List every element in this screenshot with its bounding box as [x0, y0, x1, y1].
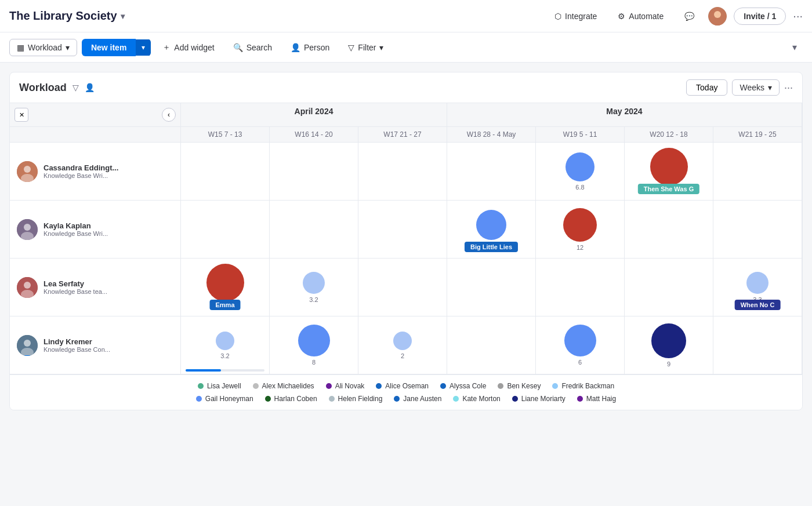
filter-label: Filter — [358, 43, 376, 52]
automate-button[interactable]: ⚙ Automate — [611, 8, 670, 24]
svg-point-1 — [714, 11, 721, 18]
weeks-selector[interactable]: Weeks ▾ — [732, 79, 780, 96]
person-cell-0: Cassandra Eddingt...Knowledge Base Wri..… — [10, 143, 181, 201]
bubble-wrapper-3-4: 6 — [564, 325, 596, 366]
legend-label: Alyssa Cole — [449, 382, 486, 390]
week-header-3: W18 28 - 4 May — [447, 127, 536, 143]
add-widget-button[interactable]: ＋ Add widget — [155, 39, 221, 56]
legend-label: Harlan Coben — [274, 395, 317, 403]
legend-item: Helen Fielding — [329, 395, 383, 403]
bubble-label-3-1: 8 — [312, 359, 316, 366]
data-cell-2-4 — [536, 259, 625, 316]
invite-button[interactable]: Invite / 1 — [734, 8, 786, 25]
search-label: Search — [246, 43, 272, 52]
app-title-chevron[interactable]: ▾ — [121, 12, 125, 21]
add-widget-icon: ＋ — [162, 42, 171, 53]
panel-filter-button[interactable]: ▽ — [72, 83, 79, 92]
panel-person-button[interactable]: 👤 — [85, 83, 95, 92]
view-selector[interactable]: ▦ Workload ▾ — [9, 39, 77, 56]
legend-item: Liane Moriarty — [512, 395, 566, 403]
bubble-2-1 — [303, 272, 325, 294]
data-cell-3-5: 9 — [625, 316, 713, 374]
new-item-main-button[interactable]: New item — [82, 39, 136, 56]
expand-button[interactable]: ▾ — [786, 38, 803, 56]
data-cell-1-2 — [358, 201, 447, 259]
filter-chevron-icon: ▾ — [379, 43, 383, 52]
legend-item: Ben Kesey — [498, 382, 541, 390]
bubble-3-5 — [651, 323, 686, 358]
main-content: Workload ▽ 👤 Today Weeks ▾ ··· ✕ ‹ April — [0, 63, 812, 420]
person-row-2: Lea SerfatyKnowledge Base tea...12.8Emma… — [10, 259, 802, 316]
user-avatar[interactable] — [708, 7, 727, 26]
bubble-0-4 — [566, 152, 594, 181]
new-item-button[interactable]: New item ▾ — [82, 39, 151, 56]
new-item-dropdown-button[interactable]: ▾ — [136, 39, 151, 56]
person-name-2: Lea Serfaty — [44, 279, 107, 288]
data-cell-1-0 — [181, 201, 270, 259]
week-header-2: W17 21 - 27 — [358, 127, 447, 143]
legend-item: Gail Honeyman — [196, 395, 253, 403]
svg-point-10 — [24, 282, 31, 289]
data-cell-0-4: 6.8 — [536, 143, 625, 201]
bubble-2-0 — [206, 264, 244, 301]
data-cell-3-1: 8 — [270, 316, 358, 374]
people-rows: Cassandra Eddingt...Knowledge Base Wri..… — [10, 143, 802, 374]
add-widget-label: Add widget — [174, 43, 214, 52]
top-right-controls: ⬡ Integrate ⚙ Automate 💬 Invite / 1 ··· — [548, 7, 803, 26]
legend-dot — [376, 383, 382, 389]
legend-label: Liane Moriarty — [521, 395, 566, 403]
person-role-1: Knowledge Base Wri... — [44, 230, 108, 237]
collapse-button[interactable]: ✕ — [14, 108, 28, 122]
may-header: May 2024 — [447, 103, 802, 127]
person-role-3: Knowledge Base Con... — [44, 346, 110, 353]
workload-grid: ✕ ‹ April 2024 May 2024 W15 7 - 13 W16 1… — [10, 103, 802, 143]
legend-dot — [329, 396, 335, 402]
person-row-0: Cassandra Eddingt...Knowledge Base Wri..… — [10, 143, 802, 201]
chat-button[interactable]: 💬 — [677, 8, 701, 24]
legend-item: Alyssa Cole — [440, 382, 486, 390]
search-button[interactable]: 🔍 Search — [226, 39, 279, 56]
bubble-wrapper-3-5: 9 — [651, 323, 686, 367]
legend-dot — [265, 396, 271, 402]
integrate-button[interactable]: ⬡ Integrate — [548, 8, 604, 24]
bubble-1-4 — [563, 208, 597, 242]
data-cell-3-6 — [713, 316, 802, 374]
toolbar: ▦ Workload ▾ New item ▾ ＋ Add widget 🔍 S… — [0, 32, 812, 63]
automate-label: Automate — [629, 12, 664, 21]
bubble-3-0 — [216, 332, 234, 350]
person-role-2: Knowledge Base tea... — [44, 288, 107, 295]
more-options-icon[interactable]: ··· — [793, 9, 803, 23]
bubble-label-3-2: 2 — [401, 352, 404, 359]
week-header-4: W19 5 - 11 — [536, 127, 625, 143]
legend-label: Alex Michaelides — [262, 382, 314, 390]
week-header-empty — [10, 127, 181, 143]
legend-item: Alex Michaelides — [253, 382, 314, 390]
bubble-wrapper-1-4: 12 — [563, 208, 597, 251]
bubble-wrapper-2-1: 3.2 — [303, 272, 325, 303]
person-avatar-3 — [17, 335, 38, 356]
weeks-chevron-icon: ▾ — [768, 83, 772, 92]
today-button[interactable]: Today — [686, 79, 727, 96]
person-button[interactable]: 👤 Person — [284, 39, 336, 56]
data-cell-1-3: 8Big Little Lies — [447, 201, 536, 259]
bubble-label-3-0: 3.2 — [220, 352, 229, 359]
item-tag-2-6: When No C — [735, 300, 781, 310]
data-cell-2-6: 3.3When No C — [713, 259, 802, 316]
data-cell-3-0: 3.2 — [181, 316, 270, 374]
nav-back-button[interactable]: ‹ — [162, 108, 176, 122]
item-tag-1-3: Big Little Lies — [465, 242, 518, 252]
person-avatar-0 — [17, 161, 38, 182]
person-cell-3: Lindy KremerKnowledge Base Con... — [10, 316, 181, 374]
person-avatar-1 — [17, 219, 38, 240]
week-header-5: W20 12 - 18 — [625, 127, 713, 143]
panel-more-button[interactable]: ··· — [784, 82, 793, 94]
bubble-wrapper-2-6: 3.3 — [746, 272, 768, 303]
grid-corner-cell: ✕ ‹ — [10, 103, 181, 127]
data-cell-0-6 — [713, 143, 802, 201]
data-cell-0-1 — [270, 143, 358, 201]
filter-button[interactable]: ▽ Filter ▾ — [341, 39, 390, 56]
svg-point-7 — [24, 224, 31, 231]
person-cell-1: Kayla KaplanKnowledge Base Wri... — [10, 201, 181, 259]
legend-item: Alice Oseman — [376, 382, 429, 390]
bubble-wrapper-3-0: 3.2 — [216, 332, 234, 359]
